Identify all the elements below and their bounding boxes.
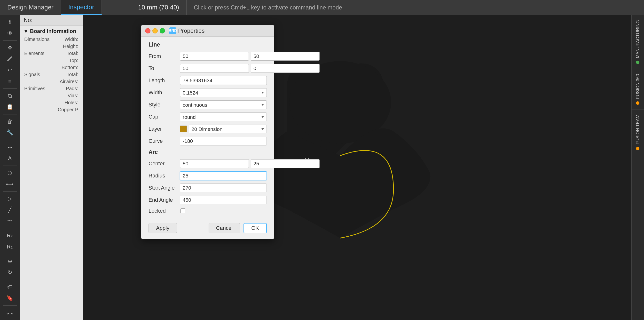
end-angle-label: End Angle [148, 197, 178, 203]
resistor2-icon[interactable]: R₂ [4, 242, 16, 252]
separator [3, 228, 17, 228]
wave-icon[interactable]: 〜 [4, 216, 16, 226]
cmd-hint: Click or press Cmd+L key to activate com… [186, 4, 644, 11]
text-icon[interactable]: A [4, 154, 16, 163]
length-row: Length [148, 76, 267, 85]
manufacturing-dot [636, 61, 640, 64]
fusion360-dot [636, 101, 640, 105]
tab-inspector[interactable]: Inspector [61, 0, 102, 15]
curve-row: Curve [148, 137, 267, 145]
delete-icon[interactable]: 🗑 [4, 117, 16, 127]
cancel-button[interactable]: Cancel [208, 223, 240, 233]
right-sidebar: MANUFACTURING FUSION 360 FUSION TEAM [632, 15, 644, 320]
dialog-body: Line From To [141, 37, 274, 219]
start-angle-row: Start Angle [148, 183, 267, 192]
minimize-button[interactable] [152, 28, 158, 34]
radius-label: Radius [148, 173, 178, 179]
rotate-icon[interactable]: ↻ [4, 268, 16, 277]
dot-icon[interactable]: •─• [4, 179, 16, 189]
locked-row: Locked [148, 208, 267, 214]
start-angle-input[interactable] [180, 183, 267, 192]
eye-icon[interactable]: 👁 [4, 29, 16, 38]
length-input[interactable] [180, 76, 267, 85]
resistor-icon[interactable]: R₂ [4, 231, 16, 240]
center-label: Center [148, 160, 178, 167]
start-angle-label: Start Angle [148, 185, 178, 191]
sidebar-fusion-team[interactable]: FUSION TEAM [632, 110, 644, 155]
dialog-titlebar: BRD Properties [141, 25, 274, 37]
sidebar-manufacturing[interactable]: MANUFACTURING [632, 15, 644, 69]
separator [3, 114, 17, 114]
apply-button[interactable]: Apply [148, 223, 177, 233]
to-y-input[interactable] [251, 64, 320, 73]
line-icon[interactable] [4, 54, 16, 64]
to-x-input[interactable] [180, 64, 249, 73]
inspector-panel: No: ▼ Board Information Dimensions Width… [20, 15, 83, 320]
close-button[interactable] [145, 28, 150, 34]
style-select[interactable]: continuous [180, 100, 267, 109]
wrench-icon[interactable]: 🔧 [4, 128, 16, 137]
layer-label: Layer [148, 126, 178, 132]
center-row: Center [148, 159, 267, 168]
board-info-header: ▼ Board Information [23, 28, 79, 35]
canvas-area[interactable]: BRD Properties Line From [83, 15, 632, 320]
top-bar: Design Manager Inspector 10 mm (70 40) C… [0, 0, 644, 15]
undo-icon[interactable]: ↩ [4, 66, 16, 75]
layer-select[interactable]: 20 Dimension [189, 125, 267, 133]
elements-row: Elements Total: [23, 50, 79, 57]
tab-design-manager[interactable]: Design Manager [0, 0, 61, 15]
diag-icon[interactable]: ╱ [4, 205, 16, 215]
forward-icon[interactable]: ▷ [4, 194, 16, 204]
dimensions-row: Dimensions Width: [23, 36, 79, 43]
tab-area: Design Manager Inspector [0, 0, 131, 15]
center-inputs [180, 159, 320, 168]
board-info-section: ▼ Board Information Dimensions Width: He… [20, 26, 82, 114]
tag-icon[interactable]: 🏷 [4, 282, 16, 292]
maximize-button[interactable] [160, 28, 165, 34]
paste-icon[interactable]: 📋 [4, 102, 16, 112]
add-icon[interactable]: ⊕ [4, 256, 16, 266]
width-select[interactable]: 0.1524 [180, 88, 267, 97]
to-inputs [180, 64, 320, 73]
radius-input[interactable] [180, 171, 267, 180]
style-row: Style continuous [148, 100, 267, 109]
length-label: Length [148, 77, 178, 84]
separator [3, 166, 17, 166]
info-icon[interactable]: ℹ [4, 18, 16, 27]
cursor-move-icon[interactable]: ⊹ [4, 143, 16, 152]
height-row: Height: [23, 43, 79, 50]
sidebar-fusion360[interactable]: FUSION 360 [632, 69, 644, 110]
width-label: Width [148, 90, 178, 96]
end-angle-row: End Angle [148, 196, 267, 204]
arc-section-label: Arc [148, 149, 267, 155]
from-label: From [148, 53, 178, 59]
primitives-row: Primitives Pads: [23, 85, 79, 92]
end-angle-input[interactable] [180, 196, 267, 204]
center-y-input[interactable] [251, 159, 320, 168]
radius-row: Radius [148, 171, 267, 180]
modal-overlay: BRD Properties Line From [83, 15, 632, 320]
from-x-input[interactable] [180, 52, 249, 61]
separator [3, 140, 17, 140]
line-section-label: Line [148, 42, 267, 48]
cap-select[interactable]: round [180, 113, 267, 121]
net-icon[interactable]: ⬡ [4, 168, 16, 178]
label-icon[interactable]: 🔖 [4, 293, 16, 303]
align-icon[interactable]: ≡ [4, 76, 16, 86]
separator [3, 41, 17, 41]
width-row: Width 0.1524 [148, 88, 267, 97]
layer-row: Layer 20 Dimension [148, 125, 267, 133]
to-label: To [148, 65, 178, 72]
from-y-input[interactable] [251, 52, 320, 61]
ok-button[interactable]: OK [244, 223, 267, 233]
curve-input[interactable] [180, 137, 267, 145]
move-icon[interactable]: ✥ [4, 43, 16, 53]
coord-display: 10 mm (70 40) [131, 0, 186, 15]
locked-checkbox[interactable] [180, 208, 185, 213]
traffic-light [145, 28, 165, 34]
center-x-input[interactable] [180, 159, 249, 168]
more-icon[interactable]: ⌄⌄ [4, 308, 16, 317]
separator [3, 280, 17, 280]
curve-label: Curve [148, 138, 178, 144]
copy-icon[interactable]: ⧉ [4, 91, 16, 101]
